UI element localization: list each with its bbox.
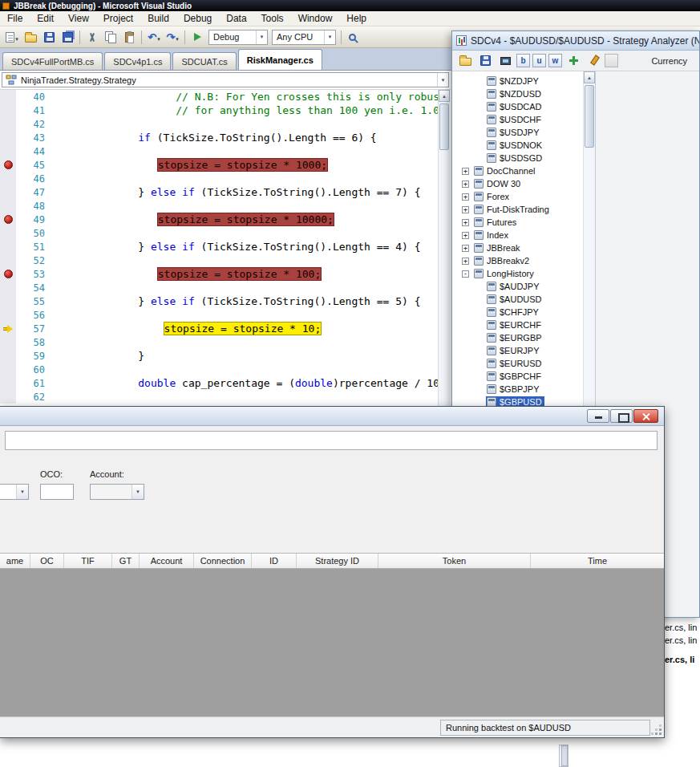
tree-item[interactable]: $AUDJPY [452,280,583,293]
menu-debug[interactable]: Debug [176,11,219,26]
collapse-icon[interactable]: - [462,270,469,278]
column-header[interactable]: Account [140,554,194,568]
breakpoint-icon[interactable] [0,213,16,226]
open-button[interactable] [456,52,474,70]
scrollbar-thumb[interactable] [439,103,449,150]
tree-item[interactable]: $USDCHF [452,113,583,126]
tree-item[interactable]: $EURUSD [452,357,583,370]
tree-item[interactable]: $USDSGD [452,152,583,164]
expand-icon[interactable]: + [462,258,469,265]
column-header[interactable]: TIF [64,554,112,568]
tree-item[interactable]: $NZDUSD [452,87,583,100]
chevron-down-icon[interactable] [132,485,144,499]
tree-item-inner[interactable]: $USDCHF [486,114,544,125]
tab-sdcuat-cs[interactable]: SDCUAT.cs [172,52,236,70]
tree-item[interactable]: $USDCAD [452,100,583,113]
tree-item-inner[interactable]: Futures [473,217,519,228]
tree-item[interactable]: +Forex [452,190,583,203]
tab-sdcv4p1-cs[interactable]: SDCv4p1.cs [104,52,171,70]
tree-item-inner[interactable]: $EURCHF [486,319,544,331]
tree-item-inner[interactable]: DOW 30 [473,178,523,189]
tree-item-inner[interactable]: $USDNOK [486,140,544,151]
copy-button[interactable] [102,28,119,46]
editor-vertical-scrollbar[interactable] [438,90,450,406]
tree-item-inner[interactable]: $GBPJPY [486,384,542,395]
tree-item-inner[interactable]: $EURGBP [486,332,544,343]
redo-button[interactable] [164,28,181,46]
open-file-button[interactable] [22,28,39,46]
instrument-combo[interactable] [0,484,29,500]
tree-item-inner[interactable]: $NZDUSD [486,88,544,99]
misc-icon[interactable] [605,54,618,67]
chevron-down-icon[interactable] [437,73,448,87]
code-editor[interactable]: 40 // N.B: For Yen crosses this is only … [0,90,438,406]
column-header[interactable]: Strategy ID [297,554,378,568]
menu-file[interactable]: File [0,11,30,26]
tree-item-inner[interactable]: $USDSGD [486,152,544,164]
expand-icon[interactable]: + [462,245,469,252]
column-header[interactable]: Connection [194,554,252,568]
maximize-button[interactable] [610,409,633,423]
tree-item-inner[interactable]: $NZDJPY [486,75,541,87]
tree-item-inner[interactable]: $AUDJPY [486,281,542,292]
undo-button[interactable] [145,28,163,46]
chart-b-icon[interactable]: b [516,54,530,67]
tree-item-inner[interactable]: $CHFJPY [486,306,541,318]
tab-sdcv4fullportmb-cs[interactable]: SDCv4FullPortMB.cs [2,52,103,70]
column-header[interactable]: ame [0,554,30,568]
tree-item-inner[interactable]: $USDJPY [486,127,542,138]
tree-item-inner[interactable]: $GBPCHF [486,371,544,382]
tree-item-inner[interactable]: JBBreakv2 [473,255,532,266]
expand-icon[interactable]: + [462,219,469,226]
tree-item[interactable]: +DOW 30 [452,177,583,190]
tree-item-inner[interactable]: DocChannel [473,165,538,177]
breakpoint-icon[interactable] [0,267,16,281]
account-combo[interactable] [90,484,144,500]
menu-view[interactable]: View [61,11,96,26]
menu-data[interactable]: Data [219,11,253,26]
type-dropdown[interactable]: NinjaTrader.Strategy.Strategy [2,72,449,87]
menu-build[interactable]: Build [140,11,176,26]
menu-project[interactable]: Project [96,11,140,26]
tree-item[interactable]: +Index [452,229,583,241]
tree-item[interactable]: $EURGBP [452,331,583,344]
column-header[interactable]: OC [30,554,64,568]
column-header[interactable]: ID [252,554,297,568]
tree-item[interactable]: $USDJPY [452,126,583,139]
tree-item[interactable]: $EURJPY [452,344,583,357]
edit-button[interactable] [585,52,602,70]
tree-item[interactable]: $USDNOK [452,139,583,152]
minimize-button[interactable] [587,409,609,423]
close-button[interactable] [633,409,658,423]
menu-help[interactable]: Help [339,11,374,26]
tree-item-inner[interactable]: LongHistory [473,268,536,279]
tree-item[interactable]: +JBBreakv2 [452,254,583,267]
tree-item[interactable]: $AUDUSD [452,293,583,306]
expand-icon[interactable]: + [462,181,469,188]
paste-button[interactable] [120,28,138,46]
tree-item-inner[interactable]: Fut-DiskTrading [473,204,552,215]
scroll-up-icon[interactable] [439,90,450,102]
current-statement-icon[interactable] [0,322,16,335]
debug-config-combo[interactable]: Debug [208,30,268,45]
cut-button[interactable] [83,28,101,46]
chart-w-icon[interactable]: w [548,54,562,67]
analyzer-titlebar[interactable]: SDCv4 - $AUDUSD/$AUDUSD - Strategy Analy… [452,31,699,51]
tree-item-inner[interactable]: JBBreak [473,242,523,254]
tree-item[interactable]: $NZDJPY [452,75,583,87]
column-header[interactable]: Token [378,554,531,568]
expand-icon[interactable]: + [462,206,469,213]
expand-icon[interactable]: + [462,193,469,201]
oco-input[interactable] [40,484,74,500]
expand-icon[interactable]: + [462,232,469,239]
tree-item[interactable]: $GBPJPY [452,383,583,396]
scroll-up-icon[interactable] [584,71,595,83]
expand-icon[interactable]: + [462,168,469,175]
tab-riskmanager-cs[interactable]: RiskManager.cs [238,49,322,70]
save-button[interactable] [476,52,494,70]
tree-item-inner[interactable]: Index [473,229,511,241]
tree-item[interactable]: +JBBreak [452,241,583,254]
orders-titlebar[interactable] [0,407,664,426]
chevron-down-icon[interactable] [324,30,335,44]
find-button[interactable] [345,28,362,46]
